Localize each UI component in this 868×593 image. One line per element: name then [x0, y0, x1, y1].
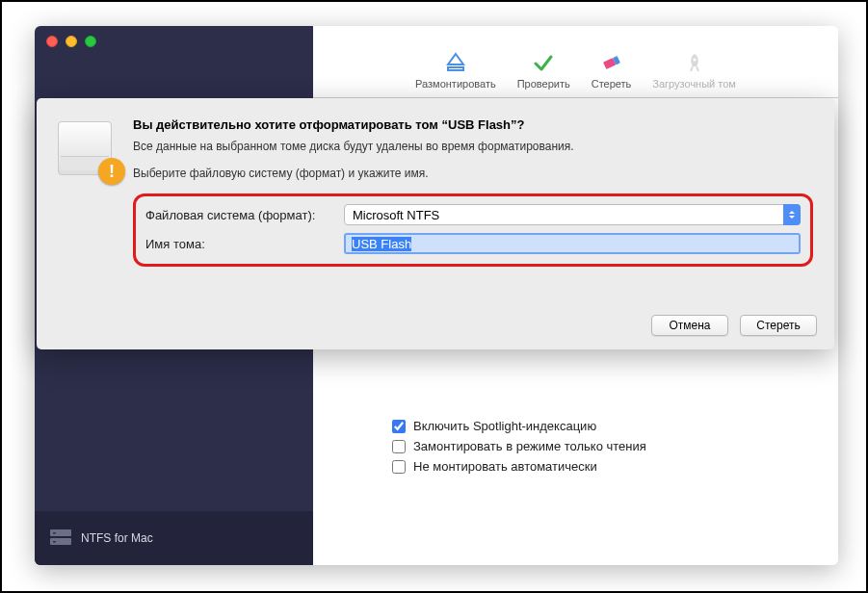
eraser-icon — [600, 49, 623, 76]
dialog-icon: ! — [58, 117, 133, 267]
minimize-window-button[interactable] — [66, 36, 77, 47]
filesystem-label: Файловая система (формат): — [145, 208, 344, 222]
window-controls — [46, 36, 96, 47]
toolbar-verify[interactable]: Проверить — [517, 49, 570, 90]
volume-name-label: Имя тома: — [145, 237, 344, 251]
filesystem-select[interactable]: Microsoft NTFS — [344, 204, 801, 225]
option-noautomount-checkbox[interactable] — [392, 460, 406, 474]
cancel-button[interactable]: Отмена — [651, 315, 728, 336]
brand-name: NTFS for Mac — [81, 531, 153, 545]
toolbar-startup-label: Загрузочный том — [652, 78, 736, 90]
dialog-subtitle: Все данные на выбранном томе диска будут… — [133, 140, 813, 153]
filesystem-value: Microsoft NTFS — [353, 208, 439, 222]
zoom-window-button[interactable] — [85, 36, 96, 47]
toolbar-verify-label: Проверить — [517, 78, 570, 90]
erase-button[interactable]: Стереть — [740, 315, 817, 336]
svg-rect-3 — [53, 541, 56, 543]
cancel-button-label: Отмена — [669, 319, 710, 332]
svg-rect-2 — [53, 532, 56, 534]
mount-options: Включить Spotlight-индексацию Замонтиров… — [392, 419, 646, 474]
toolbar-erase-label: Стереть — [592, 78, 632, 90]
volume-name-input[interactable] — [344, 233, 801, 254]
option-readonly-checkbox[interactable] — [392, 440, 406, 453]
eject-icon — [444, 49, 467, 76]
svg-point-7 — [693, 58, 696, 61]
toolbar-unmount[interactable]: Размонтировать — [415, 49, 496, 90]
option-noautomount-label: Не монтировать автоматически — [413, 459, 597, 474]
chevron-up-down-icon — [783, 204, 801, 225]
dialog-title: Вы действительно хотите отформатировать … — [133, 117, 813, 132]
warning-badge-icon: ! — [98, 158, 125, 185]
check-icon — [532, 49, 555, 76]
toolbar: Размонтировать Проверить Стереть — [313, 26, 838, 98]
svg-rect-4 — [448, 67, 463, 70]
option-noautomount[interactable]: Не монтировать автоматически — [392, 459, 646, 474]
option-readonly[interactable]: Замонтировать в режиме только чтения — [392, 439, 646, 453]
format-fields-group: Файловая система (формат): Microsoft NTF… — [133, 193, 813, 267]
option-readonly-label: Замонтировать в режиме только чтения — [413, 439, 646, 453]
toolbar-erase[interactable]: Стереть — [592, 49, 632, 90]
rocket-icon — [683, 49, 706, 76]
brand-bar: NTFS for Mac — [35, 511, 313, 565]
option-spotlight-checkbox[interactable] — [392, 420, 406, 433]
option-spotlight-label: Включить Spotlight-индексацию — [413, 419, 596, 433]
option-spotlight[interactable]: Включить Spotlight-индексацию — [392, 419, 646, 433]
dialog-instruction: Выберите файловую систему (формат) и ука… — [133, 167, 813, 180]
toolbar-unmount-label: Размонтировать — [415, 78, 496, 90]
disk-stack-icon — [50, 529, 71, 547]
erase-button-label: Стереть — [756, 319, 800, 332]
toolbar-startup: Загрузочный том — [652, 49, 736, 90]
format-dialog: ! Вы действительно хотите отформатироват… — [37, 98, 834, 349]
close-window-button[interactable] — [46, 36, 58, 47]
